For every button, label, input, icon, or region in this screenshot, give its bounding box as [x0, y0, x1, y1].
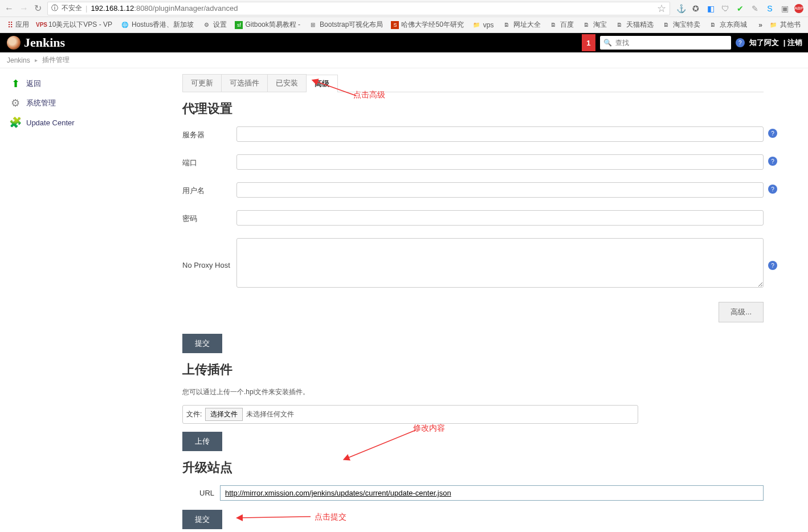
browser-address-bar: ← → ↻ ⓘ 不安全 | 192.168.1.12:8080/pluginMa…	[0, 0, 808, 17]
password-input[interactable]	[236, 210, 764, 226]
bookmark-item[interactable]: 🗎天猫精选	[612, 19, 656, 31]
help-icon[interactable]: ?	[768, 129, 777, 138]
annotation-text: 点击高级	[353, 90, 385, 100]
bookmarks-bar: ⠿ 应用 VPS10美元以下VPS - VP 🌐Hostus香港、新加坡 ⚙设置…	[0, 17, 808, 33]
svg-line-2	[241, 517, 311, 518]
upload-description: 您可以通过上传一个.hpi文件来安装插件。	[182, 387, 764, 397]
main-content: 可更新 可选插件 已安装 高级 点击高级 代理设置 服务器 ? 端口 ? 用户名…	[182, 68, 775, 532]
bookmark-item[interactable]: 🗎淘宝特卖	[659, 19, 703, 31]
ext-icon[interactable]: S	[765, 3, 775, 14]
jenkins-logo[interactable]: Jenkins	[7, 35, 65, 50]
ext-icon[interactable]: ◧	[705, 3, 716, 14]
help-icon[interactable]: ?	[768, 157, 777, 166]
advanced-button[interactable]: 高级...	[719, 302, 764, 322]
updatesite-url-input[interactable]	[220, 485, 764, 501]
apps-icon: ⠿	[7, 21, 13, 30]
sidebar-item-label: 系统管理	[26, 98, 56, 108]
sidebar-system-mgmt[interactable]: ⚙ 系统管理	[7, 93, 176, 113]
bookmark-item[interactable]: 🗎百度	[546, 19, 577, 31]
user-link[interactable]: 知了阿文	[749, 38, 779, 48]
sidebar-item-label: 返回	[26, 79, 41, 89]
breadcrumb-current[interactable]: 插件管理	[42, 55, 70, 65]
svg-line-0	[316, 81, 356, 96]
sidebar: ⬆ 返回 ⚙ 系统管理 🧩 Update Center	[0, 68, 182, 532]
file-label: 文件:	[186, 410, 202, 419]
tab-available[interactable]: 可选插件	[221, 74, 268, 92]
forward-button[interactable]: →	[19, 3, 28, 14]
tabs: 可更新 可选插件 已安装 高级	[182, 74, 764, 92]
breadcrumb-home[interactable]: Jenkins	[7, 56, 30, 64]
help-icon[interactable]: ?	[768, 261, 777, 270]
noproxy-label: No Proxy Host	[182, 238, 236, 269]
ext-icon[interactable]: ⚓	[676, 3, 686, 14]
breadcrumb-separator: ▸	[35, 57, 38, 63]
username-input[interactable]	[236, 182, 764, 198]
url-text: 192.168.1.12:8080/pluginManager/advanced	[91, 4, 238, 13]
bookmark-star-icon[interactable]: ☆	[657, 2, 666, 15]
bookmark-item[interactable]: 📁vps	[469, 19, 497, 31]
choose-file-button[interactable]: 选择文件	[205, 408, 243, 421]
notification-badge[interactable]: 1	[582, 34, 595, 51]
reload-button[interactable]: ↻	[34, 3, 42, 14]
port-input[interactable]	[236, 154, 764, 170]
noproxy-textarea[interactable]	[236, 238, 764, 288]
info-icon: ⓘ	[51, 3, 58, 13]
apps-button[interactable]: ⠿ 应用	[5, 19, 32, 31]
ext-icon[interactable]: ABP	[794, 4, 803, 13]
return-arrow-icon: ⬆	[9, 77, 22, 90]
breadcrumb: Jenkins ▸ 插件管理	[0, 52, 808, 68]
svg-line-1	[348, 430, 416, 458]
updatesite-section-title: 升级站点	[182, 459, 764, 476]
ext-icon[interactable]: 🛡	[720, 3, 731, 14]
server-label: 服务器	[182, 126, 236, 140]
help-icon[interactable]: ?	[736, 38, 745, 47]
bookmark-item[interactable]: 🗎京东商城	[705, 19, 750, 31]
updatesite-submit-button[interactable]: 提交	[182, 510, 222, 529]
search-input[interactable]	[615, 39, 728, 47]
bookmark-item[interactable]: 🗎淘宝	[579, 19, 610, 31]
ext-icon[interactable]: ✎	[750, 3, 760, 14]
tab-updatable[interactable]: 可更新	[182, 74, 222, 92]
url-label: URL	[199, 489, 214, 497]
jenkins-mascot-icon	[7, 36, 21, 50]
ext-icon[interactable]: ✪	[691, 3, 701, 14]
insecure-label: 不安全	[62, 3, 82, 13]
other-bookmarks[interactable]: 📁其他书	[766, 19, 803, 31]
extension-icons: ⚓ ✪ ◧ 🛡 ✔ ✎ S ▣ ABP	[676, 3, 803, 14]
bookmark-item[interactable]: VPS10美元以下VPS - VP	[34, 19, 115, 31]
annotation-text: 点击提交	[315, 512, 346, 522]
server-input[interactable]	[236, 126, 764, 142]
sidebar-update-center[interactable]: 🧩 Update Center	[7, 113, 176, 132]
ext-icon[interactable]: ✔	[735, 3, 745, 14]
password-label: 密码	[182, 210, 236, 224]
annotation-arrow	[342, 427, 422, 461]
annotation-text: 修改内容	[413, 423, 445, 433]
username-label: 用户名	[182, 182, 236, 196]
port-label: 端口	[182, 154, 236, 168]
proxy-submit-button[interactable]: 提交	[182, 334, 222, 353]
address-box[interactable]: ⓘ 不安全 | 192.168.1.12:8080/pluginManager/…	[47, 2, 670, 15]
logout-link[interactable]: | 注销	[783, 38, 802, 48]
annotation-arrow	[236, 511, 316, 525]
tab-installed[interactable]: 已安装	[267, 74, 307, 92]
bookmark-item[interactable]: 🌐Hostus香港、新加坡	[117, 19, 197, 31]
plugin-icon: 🧩	[9, 116, 22, 129]
bookmark-item[interactable]: 🗎网址大全	[499, 19, 544, 31]
ext-icon[interactable]: ▣	[780, 3, 790, 14]
proxy-section-title: 代理设置	[182, 100, 764, 117]
search-icon: 🔍	[603, 39, 612, 47]
bookmark-item[interactable]: ⚙设置	[199, 19, 230, 31]
jenkins-header: Jenkins 1 🔍 ? 知了阿文 | 注销	[0, 33, 808, 52]
sidebar-item-label: Update Center	[26, 118, 75, 127]
app-title: Jenkins	[24, 35, 65, 50]
sidebar-return[interactable]: ⬆ 返回	[7, 74, 176, 93]
back-button[interactable]: ←	[5, 3, 14, 14]
upload-button[interactable]: 上传	[182, 432, 222, 451]
bookmark-item[interactable]: sfGitbook简易教程 -	[232, 19, 303, 31]
help-icon[interactable]: ?	[768, 185, 777, 194]
bookmark-item[interactable]: ⊞Bootstrap可视化布局	[305, 19, 386, 31]
search-box[interactable]: 🔍	[600, 36, 731, 50]
file-upload-row: 文件: 选择文件 未选择任何文件	[182, 405, 638, 424]
gear-icon: ⚙	[9, 97, 22, 109]
bookmark-item[interactable]: S哈佛大学经50年研究	[388, 19, 466, 31]
